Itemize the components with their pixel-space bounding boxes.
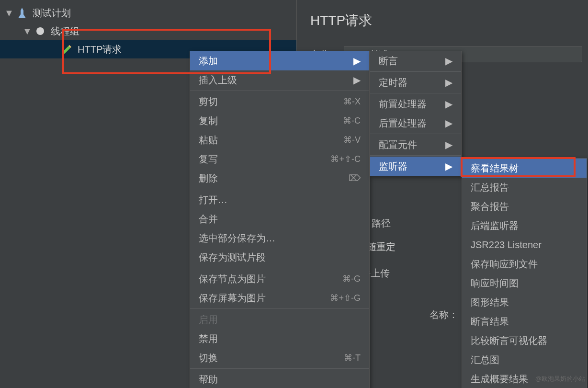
menu-separator	[190, 91, 369, 91]
chevron-right-icon: ▶	[445, 77, 452, 88]
menu-separator	[370, 155, 461, 156]
context-menu: 添加 ▶ 插入上级 ▶ 剪切 ⌘-X 复制 ⌘-C 粘贴 ⌘-V 复写 ⌘+⇧-…	[190, 51, 370, 388]
menu-label: 汇总报告	[471, 181, 509, 194]
tree-row-testplan[interactable]: ▼ 测试计划	[0, 4, 296, 22]
menu-label: 配置元件	[379, 138, 417, 151]
menu-shortcut: ⌦	[349, 173, 361, 183]
menu-save-fragment[interactable]: 保存为测试片段	[190, 248, 369, 267]
chevron-right-icon: ▶	[445, 117, 452, 129]
menu-label: 图形结果	[471, 296, 509, 309]
menu-label: 生成概要结果	[471, 373, 528, 386]
menu-label: 聚合报告	[471, 200, 509, 213]
submenu-postprocessor[interactable]: 后置处理器 ▶	[370, 114, 461, 133]
menu-label: 复制	[199, 114, 218, 127]
menu-label: 汇总图	[471, 354, 499, 366]
listener-compare-assertion[interactable]: 比较断言可视化器	[462, 331, 587, 350]
menu-open[interactable]: 打开…	[190, 190, 369, 209]
pipette-icon	[61, 44, 73, 55]
menu-label: 合并	[199, 213, 218, 226]
submenu-assertion[interactable]: 断言 ▶	[370, 51, 461, 70]
menu-separator	[190, 368, 369, 369]
chevron-down-icon[interactable]: ▼	[23, 27, 32, 35]
listener-response-time-graph[interactable]: 响应时间图	[462, 274, 587, 293]
param-name-label: 名称：	[430, 308, 458, 321]
menu-label: 后置处理器	[379, 117, 427, 130]
svg-point-1	[39, 30, 42, 33]
tree-label: 线程组	[51, 25, 79, 38]
chevron-right-icon: ▶	[445, 55, 452, 67]
listener-view-results-tree[interactable]: 察看结果树	[462, 159, 587, 178]
listener-graph-results[interactable]: 图形结果	[462, 293, 587, 312]
path-label: 路径	[372, 217, 391, 230]
menu-label: 保存屏幕为图片	[199, 292, 266, 305]
menu-save-screen-img[interactable]: 保存屏幕为图片 ⌘+⇧-G	[190, 288, 369, 308]
tree-label: 测试计划	[33, 7, 71, 20]
menu-label: 剪切	[199, 95, 218, 108]
menu-duplicate[interactable]: 复写 ⌘+⇧-C	[190, 149, 369, 169]
menu-label: 切换	[199, 352, 218, 365]
add-submenu: 断言 ▶ 定时器 ▶ 前置处理器 ▶ 后置处理器 ▶ 配置元件 ▶ 监听器 ▶	[370, 51, 462, 176]
menu-label: 保存响应到文件	[471, 258, 538, 271]
listener-save-response[interactable]: 保存响应到文件	[462, 254, 587, 274]
menu-disable[interactable]: 禁用	[190, 329, 369, 348]
menu-paste[interactable]: 粘贴 ⌘-V	[190, 130, 369, 149]
menu-shortcut: ⌘-X	[343, 96, 361, 107]
chevron-right-icon: ▶	[445, 139, 452, 150]
chevron-down-icon[interactable]: ▼	[5, 9, 13, 17]
flask-icon	[16, 7, 28, 19]
menu-label: 前置处理器	[379, 98, 427, 111]
menu-separator	[370, 134, 461, 134]
menu-toggle[interactable]: 切换 ⌘-T	[190, 348, 369, 367]
submenu-configelement[interactable]: 配置元件 ▶	[370, 135, 461, 154]
menu-label: 启用	[199, 313, 218, 326]
chevron-right-icon: ▶	[353, 55, 361, 67]
menu-help[interactable]: 帮助	[190, 370, 369, 388]
listener-submenu: 察看结果树 汇总报告 聚合报告 后端监听器 JSR223 Listener 保存…	[462, 158, 587, 388]
menu-merge[interactable]: 合并	[190, 209, 369, 228]
chevron-right-icon: ▶	[445, 98, 452, 110]
listener-assertion-results[interactable]: 断言结果	[462, 312, 587, 331]
menu-label: JSR223 Listener	[471, 240, 542, 251]
menu-label: 比较断言可视化器	[471, 334, 547, 347]
listener-aggregate-graph[interactable]: 汇总图	[462, 350, 587, 369]
listener-backend[interactable]: 后端监听器	[462, 216, 587, 235]
menu-separator	[190, 189, 369, 189]
menu-copy[interactable]: 复制 ⌘-C	[190, 111, 369, 130]
listener-summary-report[interactable]: 汇总报告	[462, 178, 587, 197]
menu-shortcut: ⌘+⇧-G	[330, 293, 361, 303]
menu-separator	[190, 308, 369, 309]
menu-label: 察看结果树	[471, 162, 519, 175]
listener-jsr223[interactable]: JSR223 Listener	[462, 235, 587, 254]
tree-row-threadgroup[interactable]: ▼ 线程组	[0, 22, 296, 40]
listener-aggregate-report[interactable]: 聚合报告	[462, 197, 587, 216]
menu-shortcut: ⌘+⇧-C	[330, 154, 361, 164]
menu-separator	[370, 71, 461, 72]
menu-save-node-img[interactable]: 保存节点为图片 ⌘-G	[190, 269, 369, 288]
submenu-timer[interactable]: 定时器 ▶	[370, 73, 461, 92]
menu-shortcut: ⌘-C	[343, 115, 361, 126]
menu-label: 删除	[199, 172, 218, 185]
menu-save-selection[interactable]: 选中部分保存为…	[190, 228, 369, 248]
menu-enable: 启用	[190, 310, 369, 329]
menu-label: 后端监听器	[471, 219, 519, 232]
gear-icon	[34, 25, 46, 37]
watermark: @欧泡果奶的小站	[535, 375, 585, 383]
menu-label: 响应时间图	[471, 277, 519, 290]
submenu-preprocessor[interactable]: 前置处理器 ▶	[370, 94, 461, 114]
menu-label: 复写	[199, 153, 218, 166]
menu-label: 添加	[199, 55, 218, 68]
menu-label: 断言	[379, 55, 398, 68]
menu-label: 粘贴	[199, 134, 218, 147]
menu-insert-parent[interactable]: 插入上级 ▶	[190, 70, 369, 90]
menu-cut[interactable]: 剪切 ⌘-X	[190, 92, 369, 111]
menu-label: 帮助	[199, 373, 218, 386]
chevron-right-icon: ▶	[353, 74, 361, 86]
menu-label: 断言结果	[471, 315, 509, 328]
submenu-listener[interactable]: 监听器 ▶	[370, 157, 461, 176]
menu-label: 禁用	[199, 332, 218, 345]
tree-label: HTTP请求	[78, 43, 122, 56]
menu-add[interactable]: 添加 ▶	[190, 51, 369, 70]
menu-separator	[190, 268, 369, 268]
menu-delete[interactable]: 删除 ⌦	[190, 169, 369, 188]
menu-label: 定时器	[379, 76, 407, 89]
